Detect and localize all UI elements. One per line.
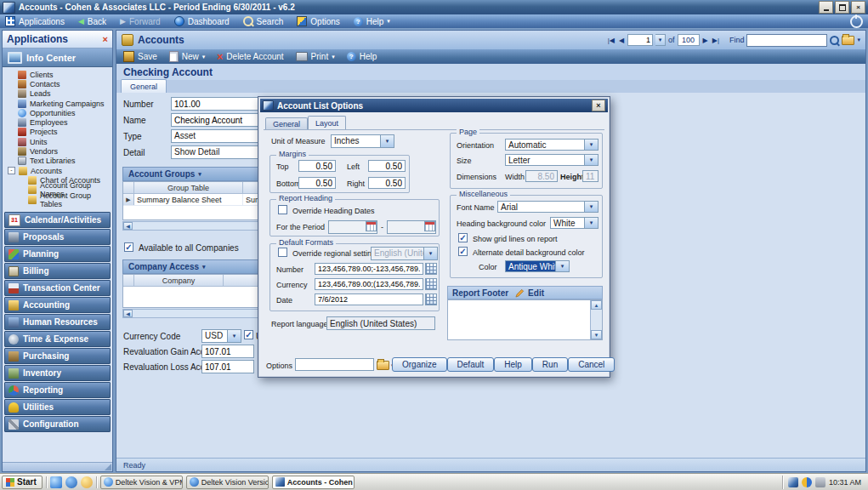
dialog-tab-layout[interactable]: Layout	[308, 116, 346, 129]
help-button[interactable]: ?Help	[347, 52, 377, 61]
organize-button[interactable]: Organize	[392, 357, 447, 372]
sidebar-close-icon[interactable]: ×	[103, 34, 108, 44]
sidebar-item-leads[interactable]: Leads	[6, 89, 112, 99]
override-heading-dates-checkbox[interactable]	[278, 205, 287, 214]
sidebar-group-calendar-activities[interactable]: 31Calendar/Activities	[4, 212, 111, 228]
resize-grip[interactable]	[105, 464, 111, 470]
sidebar-group-accounting[interactable]: Accounting	[4, 297, 111, 313]
report-footer-edit-button[interactable]: Edit	[528, 288, 544, 298]
close-button[interactable]: ×	[851, 1, 865, 14]
first-record-button[interactable]: |◀	[607, 37, 616, 44]
detail-color-select[interactable]: Antique White▾	[505, 260, 570, 272]
sidebar-group-reporting[interactable]: Reporting	[4, 382, 111, 398]
tray-deltek-icon[interactable]	[788, 477, 798, 487]
restore-button[interactable]	[835, 1, 849, 14]
sidebar-group-transaction-center[interactable]: Transaction Center	[4, 280, 111, 296]
sidebar-item-text-libraries[interactable]: Text Libraries	[6, 157, 112, 166]
revaluation-gain-input[interactable]	[201, 345, 254, 358]
sidebar-item-units[interactable]: Units	[6, 137, 112, 146]
sidebar-item-clients[interactable]: Clients	[6, 70, 112, 79]
row-selector-icon[interactable]: ▶	[123, 194, 134, 205]
find-search-icon[interactable]	[830, 36, 839, 45]
collapse-icon[interactable]: -	[8, 167, 15, 174]
sidebar-item-contacts[interactable]: Contacts	[6, 79, 112, 88]
dialog-titlebar[interactable]: Account List Options ×	[260, 99, 608, 112]
print-button[interactable]: Print▾	[296, 52, 335, 61]
last-record-button[interactable]: ▶|	[712, 37, 720, 44]
sidebar-item-account-group-tables[interactable]: Account Group Tables	[6, 195, 112, 204]
sidebar-group-inventory[interactable]: Inventory	[4, 365, 111, 381]
currency-code-select[interactable]: USD▾	[201, 329, 241, 343]
orientation-select[interactable]: Automatic▾	[505, 139, 599, 151]
menu-back[interactable]: ◀ Back	[78, 17, 106, 26]
sidebar-group-utilities[interactable]: Utilities	[4, 399, 111, 415]
task-deltek-vision-browser[interactable]: Deltek Vision Version 6.2 ...	[186, 476, 269, 489]
sidebar-group-purchasing[interactable]: Purchasing	[4, 348, 111, 364]
sidebar-item-projects[interactable]: Projects	[6, 128, 112, 137]
margin-left-input[interactable]	[368, 160, 406, 172]
menu-search[interactable]: Search	[243, 16, 284, 26]
number-format-input[interactable]	[315, 263, 423, 275]
tab-general[interactable]: General	[121, 79, 167, 93]
sidebar-item-marketing-campaigns[interactable]: Marketing Campaigns	[6, 99, 112, 108]
cancel-button[interactable]: Cancel	[568, 357, 615, 372]
saved-search-folder-icon[interactable]	[842, 36, 854, 45]
override-regional-settings-checkbox[interactable]	[278, 248, 287, 257]
margin-bottom-input[interactable]	[298, 177, 336, 189]
internet-explorer-icon[interactable]	[65, 476, 77, 488]
quick-launch-app-icon[interactable]	[50, 476, 62, 488]
task-deltek-vision-vpm[interactable]: Deltek Vision & VPM	[100, 476, 183, 489]
sidebar-group-proposals[interactable]: Proposals	[4, 229, 111, 245]
scroll-left-icon[interactable]: ◀	[123, 222, 133, 230]
delete-account-button[interactable]: ×Delete Account	[217, 52, 283, 61]
dialog-tab-general[interactable]: General	[265, 117, 308, 129]
currency-format-picker-icon[interactable]	[425, 278, 437, 290]
revaluation-loss-input[interactable]	[201, 360, 254, 373]
date-format-input[interactable]	[315, 293, 423, 305]
help-button[interactable]: Help	[494, 357, 532, 372]
run-button[interactable]: Run	[532, 357, 568, 372]
column-company[interactable]: Company	[134, 275, 224, 286]
heading-bg-color-select[interactable]: White▾	[550, 217, 599, 229]
sidebar-item-employees[interactable]: Employees	[6, 117, 112, 127]
default-button[interactable]: Default	[447, 357, 495, 372]
sidebar-item-accounts[interactable]: -Accounts	[6, 166, 112, 175]
margin-top-input[interactable]	[298, 160, 336, 172]
sidebar-item-opportunities[interactable]: Opportunities	[6, 108, 112, 117]
tray-network-icon[interactable]	[802, 477, 812, 487]
find-input[interactable]	[746, 34, 827, 47]
new-button[interactable]: New▾	[169, 51, 206, 62]
save-button[interactable]: Save	[123, 51, 157, 62]
logout-power-button[interactable]	[850, 15, 863, 28]
scroll-left-icon[interactable]: ◀	[123, 310, 133, 317]
menu-dashboard[interactable]: Dashboard	[174, 16, 230, 26]
show-grid-lines-checkbox[interactable]: ✓	[458, 233, 468, 242]
options-input[interactable]	[295, 358, 374, 371]
next-record-button[interactable]: ▶	[702, 37, 709, 44]
number-format-picker-icon[interactable]	[425, 263, 437, 275]
menu-options[interactable]: Options	[297, 16, 339, 26]
sidebar-group-human-resources[interactable]: Human Resources	[4, 314, 111, 330]
minimize-button[interactable]	[819, 1, 833, 14]
size-select[interactable]: Letter▾	[505, 154, 599, 166]
font-name-select[interactable]: Arial▾	[497, 201, 599, 213]
chevron-down-icon[interactable]: ▾	[857, 37, 860, 43]
record-number-input[interactable]	[627, 34, 653, 46]
column-group-table[interactable]: Group Table	[134, 182, 243, 193]
available-checkbox[interactable]: ✓	[124, 242, 133, 252]
scroll-down-icon[interactable]: ▼	[591, 330, 602, 339]
sidebar-group-planning[interactable]: Planning	[4, 246, 111, 262]
clipped-checkbox[interactable]: ✓	[244, 330, 253, 339]
previous-record-button[interactable]: ◀	[618, 37, 625, 44]
report-footer-vscrollbar[interactable]: ▲▼	[590, 300, 602, 339]
report-footer-textarea[interactable]: ▲▼	[447, 299, 603, 340]
alternate-bg-checkbox[interactable]: ✓	[458, 247, 468, 256]
tray-vm-icon[interactable]	[815, 477, 825, 487]
sidebar-group-time-expense[interactable]: Time & Expense	[4, 331, 111, 347]
task-accounts-cohen[interactable]: Accounts - Cohen & A...	[272, 476, 355, 489]
currency-format-input[interactable]	[315, 278, 423, 290]
menu-help[interactable]: ? Help ▾	[354, 17, 390, 26]
unit-of-measure-select[interactable]: Inches▾	[331, 134, 394, 148]
sidebar-group-billing[interactable]: Billing	[4, 263, 111, 279]
sidebar-group-info-center[interactable]: Info Center	[3, 48, 112, 67]
